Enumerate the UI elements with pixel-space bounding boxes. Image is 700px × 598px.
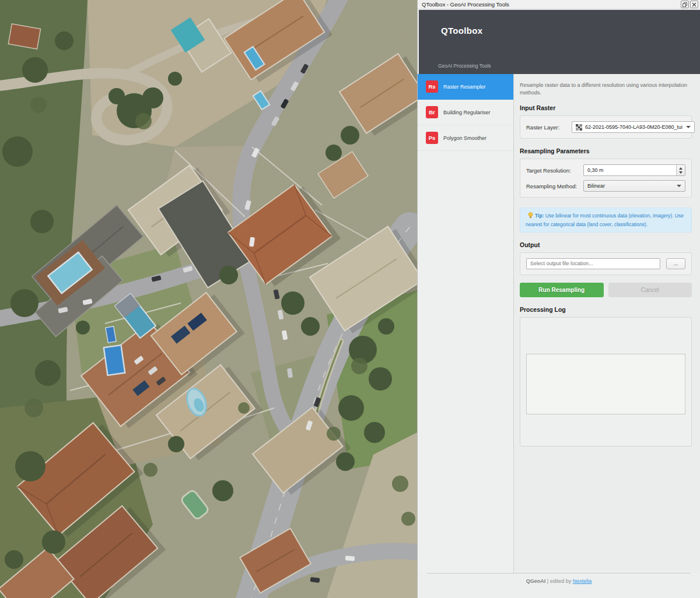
footer-link[interactable]: Nextelia	[573, 578, 592, 584]
tip-box: Tip: Use bilinear for most continuous da…	[520, 207, 692, 233]
cancel-button[interactable]: Cancel	[608, 283, 692, 297]
tip-text: Use bilinear for most continuous data (e…	[526, 213, 684, 227]
footer-middle-text: edited by	[550, 578, 572, 584]
processing-log-panel	[520, 317, 692, 446]
raster-layer-combobox[interactable]: 62-2021-0595-7040-LA93-0M20-E080_tui	[572, 121, 695, 133]
footer: QGeoAI | edited by Nextelia	[418, 573, 700, 598]
app-subtitle: GeoAI Processing Tools	[438, 63, 491, 69]
run-resampling-button[interactable]: Run Resampling	[520, 283, 604, 297]
sidebar-item-label: Building Regulariser	[443, 110, 491, 115]
lightbulb-icon	[528, 212, 533, 220]
footer-divider	[427, 573, 691, 574]
chevron-down-icon	[677, 185, 681, 187]
qtoolbox-window: QToolbox - GeoAI Processing Tools QToolb…	[417, 0, 700, 598]
resampling-method-label: Resampling Method:	[526, 183, 583, 189]
footer-separator: |	[547, 578, 548, 584]
raster-resampler-icon: Rs	[426, 80, 438, 93]
map-canvas[interactable]	[0, 0, 417, 598]
app-header: QToolbox GeoAI Processing Tools	[419, 10, 700, 74]
polygon-smoother-icon: Ps	[426, 132, 438, 144]
sidebar-item-polygon-smoother[interactable]: Ps Polygon Smoother	[418, 125, 513, 151]
browse-button[interactable]: ...	[666, 258, 685, 269]
resampling-parameters-group: Target Resolution: Resampling Method:	[520, 159, 692, 198]
sidebar-item-building-regulariser[interactable]: Br Building Regulariser	[418, 100, 513, 125]
spinner-buttons[interactable]	[676, 165, 685, 175]
tool-description: Resample raster data to a different reso…	[520, 82, 690, 96]
close-button[interactable]	[690, 1, 698, 8]
spin-down-icon	[679, 171, 682, 174]
restore-icon	[682, 2, 687, 7]
sidebar-item-label: Raster Resampler	[443, 84, 486, 90]
spin-up-icon	[679, 167, 682, 170]
output-heading: Output	[520, 241, 692, 248]
resampling-method-combobox[interactable]: Bilinear	[583, 180, 685, 192]
building-regulariser-icon: Br	[426, 106, 438, 118]
window-titlebar[interactable]: QToolbox - GeoAI Processing Tools	[418, 0, 700, 9]
input-raster-group: Raster Layer: 62-2021-0595-7040-LA93-0M2…	[520, 115, 692, 139]
tool-content: Resample raster data to a different reso…	[514, 74, 700, 573]
output-group: ...	[520, 252, 692, 275]
input-raster-heading: Input Raster	[520, 104, 692, 111]
raster-layer-value: 62-2021-0595-7040-LA93-0M20-E080_tui	[585, 124, 682, 130]
app-title: QToolbox	[441, 26, 482, 36]
output-file-input[interactable]	[526, 258, 660, 269]
target-resolution-spinner[interactable]	[583, 164, 685, 176]
window-title: QToolbox - GeoAI Processing Tools	[422, 1, 509, 8]
close-icon	[692, 2, 696, 7]
restore-button[interactable]	[681, 1, 689, 8]
processing-log-textarea[interactable]	[526, 354, 685, 414]
footer-brand: QGeoAI	[526, 578, 546, 584]
sidebar-item-label: Polygon Smoother	[443, 135, 487, 141]
tool-sidebar: Rs Raster Resampler Br Building Regulari…	[418, 74, 514, 573]
target-resolution-label: Target Resolution:	[526, 167, 583, 174]
sidebar-item-raster-resampler[interactable]: Rs Raster Resampler	[418, 74, 513, 100]
raster-layer-icon	[576, 124, 582, 131]
processing-log-heading: Processing Log	[520, 306, 692, 313]
grain-light	[0, 0, 417, 598]
tip-prefix: Tip:	[535, 213, 544, 219]
raster-layer-label: Raster Layer:	[526, 124, 572, 131]
target-resolution-input[interactable]	[584, 165, 676, 175]
chevron-down-icon	[686, 126, 691, 128]
aerial-imagery	[0, 0, 417, 598]
resampling-method-value: Bilinear	[587, 183, 673, 189]
screen: QToolbox - GeoAI Processing Tools QToolb…	[0, 0, 700, 598]
resampling-parameters-heading: Resampling Parameters	[520, 147, 692, 154]
